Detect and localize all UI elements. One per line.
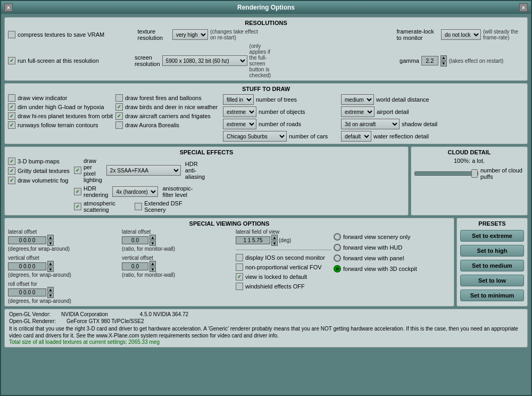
screen-resolution-note: (only applies if the full-screen button … bbox=[250, 43, 271, 78]
draw-col-3: filled in number of trees extreme number… bbox=[223, 94, 340, 142]
lateral-ratio-up[interactable]: ▲ bbox=[149, 235, 156, 240]
gamma-down[interactable]: ▼ bbox=[440, 61, 447, 67]
draw-col-4: medium world detail distance extreme air… bbox=[341, 94, 501, 142]
shadow-detail-select[interactable]: 3d on aircraft bbox=[341, 119, 400, 129]
full-screen-checkbox[interactable] bbox=[8, 57, 15, 64]
set-medium-button[interactable]: Set to medium bbox=[460, 260, 524, 271]
aniso-select[interactable]: 4x (hardcore) bbox=[112, 186, 158, 197]
lateral-offset-down[interactable]: ▼ bbox=[47, 241, 54, 246]
display-ios-item: display IOS on second monitor bbox=[236, 254, 331, 261]
roads-item: extreme number of roads bbox=[223, 119, 340, 129]
forward-3d-radio[interactable] bbox=[334, 265, 341, 273]
atmospheric-chk[interactable] bbox=[74, 203, 81, 210]
stuff-grid: draw view indicator dim under high G-loa… bbox=[8, 94, 524, 142]
resolutions-section: RESOLUTIONS compress textures to save VR… bbox=[4, 17, 528, 81]
draw-aurora-chk[interactable] bbox=[115, 121, 123, 129]
set-low-button[interactable]: Set to low bbox=[460, 275, 524, 286]
renderer-value: GeForce GTX 980 Ti/PCIe/SSE2 bbox=[66, 318, 144, 324]
lateral-fov-item: lateral field of view 1 1 5.75 ▲ ▼ (deg) bbox=[236, 229, 331, 246]
hdr-rendering-lbl: HDR rendering bbox=[84, 185, 108, 198]
offset-col-1: lateral offset 0 0.0 0 ▲ ▼ (degrees,for … bbox=[8, 229, 120, 304]
vertical-ratio-up[interactable]: ▲ bbox=[149, 261, 156, 266]
volumetric-chk[interactable] bbox=[8, 177, 15, 184]
close-button-left[interactable]: × bbox=[4, 3, 13, 12]
close-button-right[interactable]: × bbox=[519, 3, 528, 12]
draw-aurora-lbl: draw Aurora Borealis bbox=[125, 122, 179, 128]
set-minimum-button[interactable]: Set to minimum bbox=[460, 290, 524, 301]
screen-resolution-label: screen resolution bbox=[135, 54, 160, 67]
texture-resolution-select[interactable]: very high bbox=[172, 29, 208, 40]
gritty-chk[interactable] bbox=[8, 167, 15, 175]
roads-select[interactable]: extreme bbox=[223, 119, 256, 129]
vertical-ratio-note: (ratio, for monitor-wall) bbox=[122, 272, 234, 278]
lateral-fov-label: lateral field of view bbox=[236, 229, 331, 235]
ssaa-select[interactable]: 2x SSAA+FXAA bbox=[106, 165, 181, 176]
view-locked-chk[interactable] bbox=[236, 273, 243, 280]
screen-resolution-select[interactable]: 5900 x 1080, 32 bit (60 hz) bbox=[162, 55, 247, 66]
windshield-chk[interactable] bbox=[236, 283, 243, 290]
compress-textures-checkbox[interactable] bbox=[8, 31, 15, 38]
vertical-offset-note: (degrees, for wrap-around) bbox=[8, 272, 120, 278]
draw-aircraft-chk[interactable] bbox=[115, 112, 123, 120]
cars-select[interactable]: Chicago Suburbs bbox=[223, 131, 287, 142]
framerate-lock-note: (will steady the frame-rate) bbox=[483, 29, 524, 40]
vertical-offset-label: vertical offset bbox=[8, 255, 120, 261]
hdr-rendering-chk[interactable] bbox=[74, 188, 81, 195]
status-bar: Open-GL Vendor: NVIDIA Corporation 4.5.0… bbox=[4, 309, 528, 348]
vertical-offset-up[interactable]: ▲ bbox=[47, 261, 54, 266]
water-detail-lbl: water reflection detail bbox=[373, 133, 429, 139]
non-proportional-chk[interactable] bbox=[236, 263, 243, 271]
set-extreme-button[interactable]: Set to extreme bbox=[460, 230, 524, 242]
draw-col-1: draw view indicator dim under high G-loa… bbox=[8, 94, 114, 142]
vertical-ratio-down[interactable]: ▼ bbox=[149, 267, 156, 272]
gamma-value[interactable]: 2.2 bbox=[421, 56, 438, 65]
lateral-ratio-down[interactable]: ▼ bbox=[149, 241, 156, 246]
effects-col-1: 3-D bump-maps Gritty detail textures dra… bbox=[8, 158, 72, 213]
draw-forest-chk[interactable] bbox=[115, 94, 123, 102]
draw-birds-chk[interactable] bbox=[115, 103, 123, 111]
world-detail-select[interactable]: medium bbox=[341, 94, 374, 105]
texture-resolution-note: (changes take effect on re-start) bbox=[210, 29, 265, 40]
presets-section: PRESETS Set to extreme Set to high Set t… bbox=[456, 218, 528, 307]
vertical-offset-down[interactable]: ▼ bbox=[47, 267, 54, 272]
draw-hires-chk[interactable] bbox=[8, 112, 15, 120]
cloud-puffs-label: number of cloud puffs bbox=[480, 167, 524, 180]
lateral-fov-down[interactable]: ▼ bbox=[271, 241, 278, 246]
vertical-ratio-label: vertical offset bbox=[122, 255, 234, 261]
shadow-detail-item: 3d on aircraft shadow detail bbox=[341, 119, 501, 129]
lateral-offset-up[interactable]: ▲ bbox=[47, 235, 54, 240]
set-high-button[interactable]: Set to high bbox=[460, 245, 524, 257]
gritty-lbl: Gritty detail textures bbox=[18, 168, 70, 174]
bumpmaps-chk[interactable] bbox=[8, 158, 15, 165]
vendor-value: NVIDIA Corporation bbox=[61, 311, 108, 317]
roll-offset-up[interactable]: ▲ bbox=[47, 287, 54, 292]
cloud-detail-title: CLOUD DETAIL bbox=[414, 149, 524, 155]
draw-col-2: draw forest fires and balloons draw bird… bbox=[115, 94, 222, 142]
non-proportional-item: non-proportional vertical FOV bbox=[236, 263, 331, 271]
extended-dsf-chk[interactable] bbox=[135, 203, 142, 210]
forward-panel-radio[interactable] bbox=[334, 254, 341, 262]
forward-panel-item: forward view with panel bbox=[334, 254, 451, 262]
per-pixel-chk[interactable] bbox=[74, 167, 81, 174]
roll-offset-down[interactable]: ▼ bbox=[47, 293, 54, 298]
gritty-item: Gritty detail textures bbox=[8, 167, 72, 175]
trees-select[interactable]: filled in bbox=[223, 94, 254, 105]
framerate-lock-select[interactable]: do not lock bbox=[441, 29, 481, 40]
display-ios-chk[interactable] bbox=[236, 254, 243, 261]
objects-select[interactable]: extreme bbox=[223, 106, 256, 117]
stuff-to-draw-title: STUFF TO DRAW bbox=[8, 86, 524, 92]
gamma-up[interactable]: ▲ bbox=[440, 55, 447, 61]
gamma-item: gamma 2.2 ▲ ▼ (takes effect on restart) bbox=[400, 55, 524, 67]
airport-detail-select[interactable]: extreme bbox=[341, 106, 375, 117]
runways-follow-chk[interactable] bbox=[8, 121, 15, 129]
dim-under-high-chk[interactable] bbox=[8, 103, 15, 111]
fov-deg-label: (deg) bbox=[279, 237, 291, 243]
forward-scenery-radio[interactable] bbox=[334, 233, 341, 241]
cloud-puffs-slider[interactable] bbox=[414, 171, 478, 176]
draw-view-indicator-chk[interactable] bbox=[8, 94, 15, 102]
lateral-fov-up[interactable]: ▲ bbox=[271, 235, 278, 240]
water-detail-select[interactable]: default bbox=[341, 131, 371, 142]
shadow-detail-lbl: shadow detail bbox=[402, 121, 437, 127]
forward-hud-radio[interactable] bbox=[334, 244, 341, 251]
renderer-label: Open-GL Renderer: bbox=[9, 318, 56, 324]
